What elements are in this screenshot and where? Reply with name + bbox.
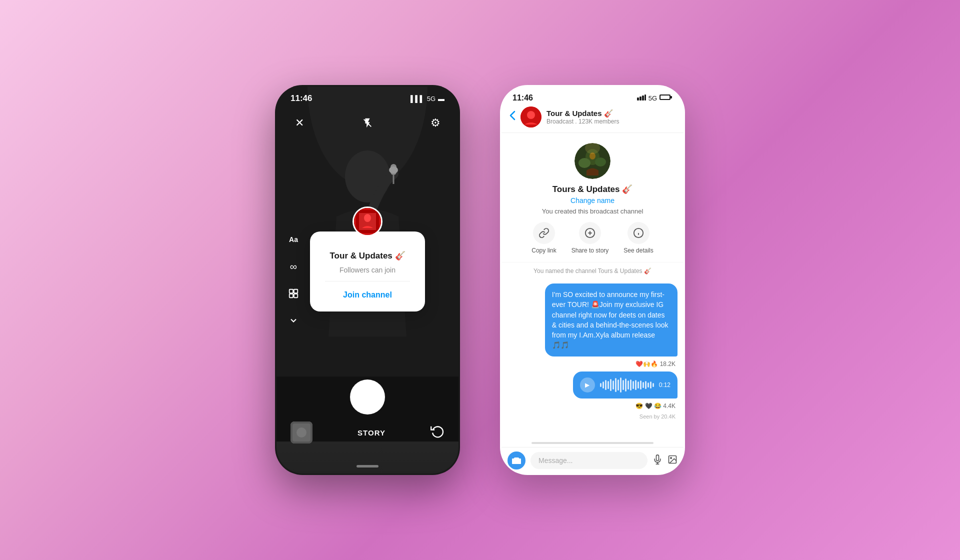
signal-bars-left: ▌▌▌	[410, 95, 424, 102]
battery-right	[660, 94, 672, 102]
svg-rect-21	[640, 96, 642, 100]
popup-card: Tour & Updates 🎸 Followers can join Join…	[310, 232, 425, 312]
see-details-label: See details	[624, 247, 653, 254]
svg-rect-10	[294, 290, 298, 293]
side-icons: Aa ∞	[286, 232, 302, 328]
gallery-button[interactable]	[668, 454, 678, 467]
audio-reactions[interactable]: 😎 🖤 😂 4.4K	[634, 402, 678, 410]
broadcast-notice: You created this broadcast channel	[542, 208, 644, 215]
audio-waveform	[600, 378, 654, 392]
expand-icon[interactable]	[286, 312, 302, 328]
status-icons-right: 5G	[637, 94, 672, 102]
chat-content: Tours & Updates 🎸 Change name You create…	[502, 133, 684, 440]
chat-header: Tour & Updates 🎸 Broadcast . 123K member…	[502, 102, 684, 133]
rotate-camera-icon[interactable]	[430, 424, 444, 441]
header-channel-sub: Broadcast . 123K members	[546, 118, 676, 125]
svg-point-28	[527, 111, 535, 119]
join-channel-button[interactable]: Join channel	[343, 288, 392, 302]
time-left: 11:46	[290, 94, 312, 104]
svg-rect-11	[290, 294, 293, 298]
top-controls: ✕ ⚙	[276, 114, 458, 132]
microphone-button[interactable]	[652, 454, 662, 467]
svg-point-19	[296, 428, 306, 438]
flash-icon[interactable]	[358, 114, 376, 132]
right-phone: 11:46 5G	[500, 85, 685, 475]
avatar-image-popup	[354, 208, 381, 235]
signal-bars-right	[637, 94, 646, 102]
audio-message-bubble[interactable]: ▶	[573, 372, 678, 398]
svg-point-31	[578, 158, 590, 168]
channel-name-big: Tours & Updates 🎸	[552, 184, 632, 194]
copy-link-icon	[533, 222, 555, 244]
svg-rect-25	[660, 96, 670, 99]
close-button[interactable]: ✕	[290, 114, 308, 132]
camera-button[interactable]	[508, 452, 526, 470]
home-indicator	[356, 465, 378, 468]
action-buttons-row: Copy link Share to story	[532, 222, 653, 254]
header-channel-name: Tour & Updates 🎸	[546, 109, 676, 118]
network-right: 5G	[648, 94, 657, 102]
message-bubble-1: I'm SO excited to announce my first-ever…	[545, 284, 678, 356]
gallery-thumbnail[interactable]	[290, 422, 312, 444]
bottom-row: STORY	[276, 422, 458, 444]
svg-rect-9	[290, 290, 293, 293]
message-input-bar: Message...	[502, 447, 684, 474]
channel-info-section: Tours & Updates 🎸 Change name You create…	[502, 133, 684, 262]
left-phone: 11:46 ▌▌▌ 5G ▬ ✕ ⚙	[275, 85, 460, 475]
svg-point-46	[670, 457, 672, 458]
svg-rect-26	[670, 96, 672, 98]
story-label: STORY	[358, 428, 386, 437]
channel-avatar-popup	[352, 206, 382, 236]
svg-rect-4	[389, 166, 398, 174]
svg-rect-22	[642, 96, 644, 100]
popup-channel-name: Tour & Updates 🎸	[330, 250, 405, 261]
header-info: Tour & Updates 🎸 Broadcast . 123K member…	[546, 109, 676, 125]
settings-icon[interactable]: ⚙	[426, 114, 444, 132]
phones-container: 11:46 ▌▌▌ 5G ▬ ✕ ⚙	[275, 85, 685, 475]
svg-point-42	[516, 460, 518, 462]
network-left: 5G	[427, 95, 436, 102]
message-reactions-1[interactable]: ❤️🙌🔥 18.2K	[634, 360, 678, 368]
message-input[interactable]: Message...	[530, 452, 648, 469]
layout-icon[interactable]	[286, 286, 302, 302]
status-bar-right: 11:46 5G	[502, 86, 684, 102]
see-details-icon	[628, 222, 650, 244]
svg-point-16	[364, 214, 371, 222]
filter-icon[interactable]: ∞	[286, 258, 302, 274]
copy-link-label: Copy link	[532, 247, 556, 254]
see-details-button[interactable]: See details	[624, 222, 653, 254]
popup-divider	[325, 281, 410, 282]
channel-big-avatar[interactable]	[574, 143, 610, 179]
seen-by-indicator: Seen by 20.4K	[638, 414, 678, 420]
share-story-label: Share to story	[572, 247, 609, 254]
text-style-icon[interactable]: Aa	[286, 232, 302, 248]
share-to-story-button[interactable]: Share to story	[572, 222, 609, 254]
system-message: You named the channel Tours & Updates 🎸	[502, 262, 684, 280]
change-name-link[interactable]: Change name	[570, 196, 614, 204]
channel-popup: Tour & Updates 🎸 Followers can join Join…	[310, 206, 425, 312]
svg-rect-20	[637, 98, 639, 100]
battery-left: ▬	[438, 95, 444, 102]
capture-button[interactable]	[350, 380, 385, 414]
audio-duration: 0:12	[659, 382, 670, 388]
message-text-1: I'm SO excited to announce my first-ever…	[552, 290, 668, 349]
status-icons-left: ▌▌▌ 5G ▬	[410, 95, 444, 102]
header-avatar[interactable]	[520, 106, 542, 128]
messages-area: I'm SO excited to announce my first-ever…	[502, 280, 684, 424]
time-right: 11:46	[512, 94, 533, 102]
svg-rect-12	[294, 294, 298, 298]
svg-point-32	[595, 158, 606, 166]
popup-followers-text: Followers can join	[340, 266, 396, 274]
share-story-icon	[579, 222, 601, 244]
svg-rect-23	[644, 94, 646, 100]
status-bar-left: 11:46 ▌▌▌ 5G ▬	[276, 94, 458, 104]
back-button[interactable]	[510, 110, 516, 124]
scroll-indicator	[532, 442, 654, 444]
play-button[interactable]: ▶	[580, 378, 595, 392]
bottom-controls: STORY	[276, 380, 458, 444]
copy-link-button[interactable]: Copy link	[532, 222, 556, 254]
